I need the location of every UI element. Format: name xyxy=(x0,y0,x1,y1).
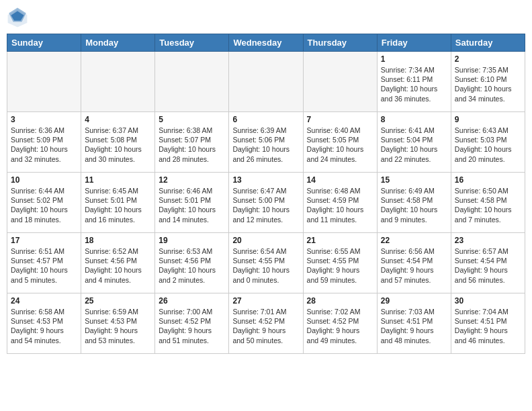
cell-day-number: 28 xyxy=(307,296,373,306)
cell-day-number: 24 xyxy=(11,296,77,306)
cell-info-text: Sunrise: 6:51 AM Sunset: 4:57 PM Dayligh… xyxy=(11,246,77,285)
cell-day-number: 8 xyxy=(381,115,447,124)
cell-info-text: Sunrise: 7:00 AM Sunset: 4:52 PM Dayligh… xyxy=(159,307,225,345)
calendar-header-day: Sunday xyxy=(7,34,81,52)
cell-info-text: Sunrise: 6:59 AM Sunset: 4:53 PM Dayligh… xyxy=(85,307,151,345)
cell-info-text: Sunrise: 6:47 AM Sunset: 5:00 PM Dayligh… xyxy=(232,186,299,224)
cell-info-text: Sunrise: 7:34 AM Sunset: 6:11 PM Dayligh… xyxy=(381,65,447,103)
calendar-table: SundayMondayTuesdayWednesdayThursdayFrid… xyxy=(7,34,525,354)
calendar-cell: 14Sunrise: 6:48 AM Sunset: 4:59 PM Dayli… xyxy=(303,173,377,233)
calendar-cell: 12Sunrise: 6:46 AM Sunset: 5:01 PM Dayli… xyxy=(155,173,229,233)
calendar-cell: 25Sunrise: 6:59 AM Sunset: 4:53 PM Dayli… xyxy=(81,293,155,354)
calendar-cell: 22Sunrise: 6:56 AM Sunset: 4:54 PM Dayli… xyxy=(377,233,451,293)
cell-day-number: 19 xyxy=(159,236,225,245)
cell-info-text: Sunrise: 7:03 AM Sunset: 4:51 PM Dayligh… xyxy=(381,307,447,345)
calendar-header-row: SundayMondayTuesdayWednesdayThursdayFrid… xyxy=(7,34,525,52)
calendar-cell: 4Sunrise: 6:37 AM Sunset: 5:08 PM Daylig… xyxy=(81,112,155,173)
cell-info-text: Sunrise: 6:48 AM Sunset: 4:59 PM Dayligh… xyxy=(307,186,373,224)
calendar-cell: 19Sunrise: 6:53 AM Sunset: 4:56 PM Dayli… xyxy=(155,233,229,293)
calendar-cell: 23Sunrise: 6:57 AM Sunset: 4:54 PM Dayli… xyxy=(451,233,525,293)
page-header xyxy=(7,7,525,28)
cell-day-number: 7 xyxy=(307,115,373,124)
cell-day-number: 23 xyxy=(455,236,521,245)
cell-day-number: 3 xyxy=(11,115,77,124)
calendar-header-day: Friday xyxy=(377,34,451,52)
cell-info-text: Sunrise: 7:01 AM Sunset: 4:52 PM Dayligh… xyxy=(232,307,299,345)
cell-info-text: Sunrise: 6:38 AM Sunset: 5:07 PM Dayligh… xyxy=(159,126,225,164)
logo-icon xyxy=(7,7,28,28)
logo xyxy=(7,7,31,28)
cell-info-text: Sunrise: 7:35 AM Sunset: 6:10 PM Dayligh… xyxy=(455,65,521,103)
cell-day-number: 21 xyxy=(307,236,373,245)
calendar-cell: 24Sunrise: 6:58 AM Sunset: 4:53 PM Dayli… xyxy=(7,293,81,354)
calendar-cell: 8Sunrise: 6:41 AM Sunset: 5:04 PM Daylig… xyxy=(377,112,451,173)
calendar-header-day: Tuesday xyxy=(155,34,229,52)
calendar-cell: 3Sunrise: 6:36 AM Sunset: 5:09 PM Daylig… xyxy=(7,112,81,173)
calendar-cell: 7Sunrise: 6:40 AM Sunset: 5:05 PM Daylig… xyxy=(303,112,377,173)
calendar-cell: 15Sunrise: 6:49 AM Sunset: 4:58 PM Dayli… xyxy=(377,173,451,233)
calendar-cell: 30Sunrise: 7:04 AM Sunset: 4:51 PM Dayli… xyxy=(451,293,525,354)
cell-info-text: Sunrise: 6:39 AM Sunset: 5:06 PM Dayligh… xyxy=(232,126,299,164)
calendar-cell: 17Sunrise: 6:51 AM Sunset: 4:57 PM Dayli… xyxy=(7,233,81,293)
calendar-cell xyxy=(229,52,303,112)
cell-info-text: Sunrise: 6:37 AM Sunset: 5:08 PM Dayligh… xyxy=(85,126,151,164)
calendar-cell: 21Sunrise: 6:55 AM Sunset: 4:55 PM Dayli… xyxy=(303,233,377,293)
calendar-cell: 5Sunrise: 6:38 AM Sunset: 5:07 PM Daylig… xyxy=(155,112,229,173)
calendar-cell xyxy=(81,52,155,112)
cell-day-number: 10 xyxy=(11,175,77,185)
calendar-cell: 27Sunrise: 7:01 AM Sunset: 4:52 PM Dayli… xyxy=(229,293,303,354)
calendar-week-row: 17Sunrise: 6:51 AM Sunset: 4:57 PM Dayli… xyxy=(7,233,525,293)
calendar-cell: 9Sunrise: 6:43 AM Sunset: 5:03 PM Daylig… xyxy=(451,112,525,173)
calendar-cell: 26Sunrise: 7:00 AM Sunset: 4:52 PM Dayli… xyxy=(155,293,229,354)
calendar-header-day: Saturday xyxy=(451,34,525,52)
cell-info-text: Sunrise: 6:44 AM Sunset: 5:02 PM Dayligh… xyxy=(11,186,77,224)
cell-day-number: 9 xyxy=(455,115,521,124)
cell-info-text: Sunrise: 6:43 AM Sunset: 5:03 PM Dayligh… xyxy=(455,126,521,164)
calendar-cell: 1Sunrise: 7:34 AM Sunset: 6:11 PM Daylig… xyxy=(377,52,451,112)
cell-day-number: 20 xyxy=(232,236,299,245)
calendar-cell: 20Sunrise: 6:54 AM Sunset: 4:55 PM Dayli… xyxy=(229,233,303,293)
calendar-cell xyxy=(155,52,229,112)
cell-info-text: Sunrise: 6:46 AM Sunset: 5:01 PM Dayligh… xyxy=(159,186,225,224)
calendar-cell: 18Sunrise: 6:52 AM Sunset: 4:56 PM Dayli… xyxy=(81,233,155,293)
calendar-week-row: 3Sunrise: 6:36 AM Sunset: 5:09 PM Daylig… xyxy=(7,112,525,173)
cell-day-number: 5 xyxy=(159,115,225,124)
calendar-cell: 13Sunrise: 6:47 AM Sunset: 5:00 PM Dayli… xyxy=(229,173,303,233)
cell-info-text: Sunrise: 6:45 AM Sunset: 5:01 PM Dayligh… xyxy=(85,186,151,224)
calendar-cell: 2Sunrise: 7:35 AM Sunset: 6:10 PM Daylig… xyxy=(451,52,525,112)
cell-day-number: 6 xyxy=(232,115,299,124)
calendar-cell: 6Sunrise: 6:39 AM Sunset: 5:06 PM Daylig… xyxy=(229,112,303,173)
cell-info-text: Sunrise: 7:02 AM Sunset: 4:52 PM Dayligh… xyxy=(307,307,373,345)
calendar-week-row: 10Sunrise: 6:44 AM Sunset: 5:02 PM Dayli… xyxy=(7,173,525,233)
cell-day-number: 17 xyxy=(11,236,77,245)
cell-day-number: 27 xyxy=(232,296,299,306)
calendar-cell xyxy=(303,52,377,112)
cell-day-number: 1 xyxy=(381,54,447,64)
cell-info-text: Sunrise: 6:55 AM Sunset: 4:55 PM Dayligh… xyxy=(307,246,373,285)
cell-info-text: Sunrise: 6:49 AM Sunset: 4:58 PM Dayligh… xyxy=(381,186,447,224)
calendar-header-day: Monday xyxy=(81,34,155,52)
cell-day-number: 14 xyxy=(307,175,373,185)
cell-info-text: Sunrise: 6:58 AM Sunset: 4:53 PM Dayligh… xyxy=(11,307,77,345)
cell-day-number: 15 xyxy=(381,175,447,185)
calendar-cell: 16Sunrise: 6:50 AM Sunset: 4:58 PM Dayli… xyxy=(451,173,525,233)
cell-day-number: 18 xyxy=(85,236,151,245)
cell-day-number: 25 xyxy=(85,296,151,306)
calendar-week-row: 24Sunrise: 6:58 AM Sunset: 4:53 PM Dayli… xyxy=(7,293,525,354)
cell-day-number: 29 xyxy=(381,296,447,306)
cell-info-text: Sunrise: 7:04 AM Sunset: 4:51 PM Dayligh… xyxy=(455,307,521,345)
cell-info-text: Sunrise: 6:52 AM Sunset: 4:56 PM Dayligh… xyxy=(85,246,151,285)
calendar-cell: 11Sunrise: 6:45 AM Sunset: 5:01 PM Dayli… xyxy=(81,173,155,233)
cell-day-number: 26 xyxy=(159,296,225,306)
cell-day-number: 16 xyxy=(455,175,521,185)
cell-info-text: Sunrise: 6:54 AM Sunset: 4:55 PM Dayligh… xyxy=(232,246,299,285)
cell-info-text: Sunrise: 6:40 AM Sunset: 5:05 PM Dayligh… xyxy=(307,126,373,164)
calendar-cell xyxy=(7,52,81,112)
cell-day-number: 22 xyxy=(381,236,447,245)
cell-day-number: 11 xyxy=(85,175,151,185)
cell-info-text: Sunrise: 6:53 AM Sunset: 4:56 PM Dayligh… xyxy=(159,246,225,285)
cell-day-number: 4 xyxy=(85,115,151,124)
cell-info-text: Sunrise: 6:57 AM Sunset: 4:54 PM Dayligh… xyxy=(455,246,521,285)
calendar-cell: 28Sunrise: 7:02 AM Sunset: 4:52 PM Dayli… xyxy=(303,293,377,354)
cell-day-number: 30 xyxy=(455,296,521,306)
